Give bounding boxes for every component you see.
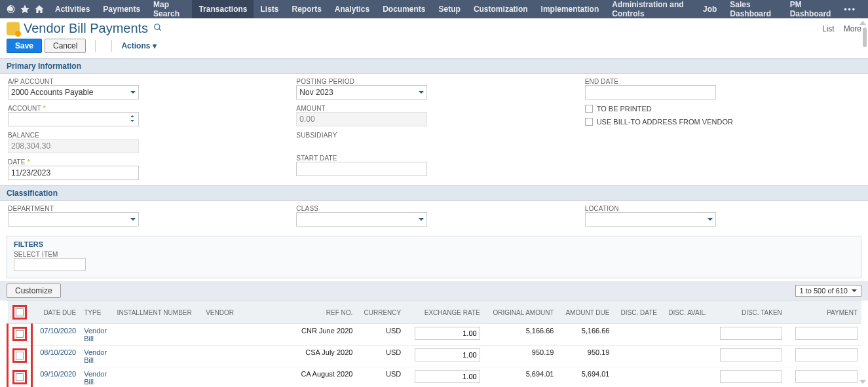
scroll-up-icon[interactable] [859,21,866,25]
scrollbar-thumb[interactable] [863,28,867,47]
dept-label: DEPARTMENT [8,205,283,212]
scroll-down-icon[interactable] [859,380,866,384]
class-select[interactable] [296,212,427,227]
date-field[interactable]: 11/23/2023 [8,166,139,180]
nav-setup[interactable]: Setup [432,0,467,18]
enddate-label: END DATE [585,78,860,85]
ap-account-select[interactable]: 2000 Accounts Payable [8,85,139,100]
list-link[interactable]: List [822,24,835,33]
amount-label: AMOUNT [296,105,571,112]
col-vendor[interactable]: VENDOR [202,301,240,324]
startdate-field[interactable] [296,162,427,176]
svg-line-1 [159,29,161,31]
col-disctaken[interactable]: DISC. TAKEN [711,301,786,324]
chevron-down-icon [708,218,713,221]
col-refno[interactable]: REF NO. [240,301,356,324]
amount-field: 0.00 [296,112,427,126]
customize-button[interactable]: Customize [7,284,61,298]
select-all-checkbox[interactable] [16,308,24,316]
account-select[interactable] [8,112,139,126]
enddate-field[interactable] [585,85,716,100]
balance-label: BALANCE [8,132,283,139]
nav-analytics[interactable]: Analytics [328,0,376,18]
nav-map-search[interactable]: Map Search [147,0,192,18]
col-discavail[interactable]: DISC. AVAIL. [661,301,711,324]
nav-payments[interactable]: Payments [96,0,147,18]
subsidiary-label: SUBSIDIARY [296,132,571,139]
pager-select[interactable]: 1 to 500 of 610 [795,285,861,297]
dept-select[interactable] [8,212,139,227]
col-exrate[interactable]: EXCHANGE RATE [405,301,483,324]
col-payment[interactable]: PAYMENT [786,301,861,324]
payment-input[interactable] [795,327,858,340]
date-label: DATE [8,158,283,166]
customize-row: Customize 1 to 500 of 610 [0,281,868,301]
nav-transactions[interactable]: Transactions [192,0,254,18]
col-currency[interactable]: CURRENCY [356,301,405,324]
exchange-rate-input[interactable] [415,348,480,361]
disc-taken-input[interactable] [720,327,782,340]
col-origamt[interactable]: ORIGINAL AMOUNT [484,301,558,324]
selectitem-label: SELECT ITEM [14,251,854,258]
col-discdate[interactable]: DISC. DATE [613,301,660,324]
date-link[interactable]: 07/10/2020 [40,327,76,335]
location-label: LOCATION [585,205,860,212]
payment-input[interactable] [795,348,858,361]
home-icon[interactable] [34,3,45,16]
disc-taken-input[interactable] [720,348,782,361]
save-button[interactable]: Save [7,39,42,53]
cancel-button[interactable]: Cancel [45,39,86,53]
exchange-rate-input[interactable] [415,370,480,383]
nav-customization[interactable]: Customization [467,0,535,18]
col-amtdue[interactable]: AMOUNT DUE [558,301,614,324]
nav-job[interactable]: Job [696,0,723,18]
nav-lists[interactable]: Lists [254,0,285,18]
nav-implementation[interactable]: Implementation [535,0,606,18]
nav-sales-dashboard[interactable]: Sales Dashboard [723,0,783,18]
account-label: ACCOUNT [8,105,283,112]
nav-activities[interactable]: Activities [48,0,96,18]
nav-documents[interactable]: Documents [376,0,432,18]
startdate-label: START DATE [296,155,571,162]
nav-reports[interactable]: Reports [285,0,328,18]
search-icon[interactable] [153,23,162,34]
star-icon[interactable] [20,3,30,16]
chevron-down-icon [419,218,424,221]
type-link[interactable]: VendorBill [84,370,107,386]
disc-taken-input[interactable] [720,370,782,383]
type-link[interactable]: VendorBill [84,348,107,364]
posting-label: POSTING PERIOD [296,78,571,85]
usebillto-checkbox[interactable]: USE BILL-TO ADDRESS FROM VENDOR [585,118,860,126]
posting-select[interactable]: Nov 2023 [296,85,427,100]
col-type[interactable]: TYPE [80,301,113,324]
col-datedue[interactable]: DATE DUE [32,301,81,324]
primary-form: A/P ACCOUNT 2000 Accounts Payable ACCOUN… [0,74,868,185]
row-checkbox[interactable] [16,373,24,381]
type-link[interactable]: VendorBill [84,327,107,342]
chevron-down-icon [130,91,136,94]
payment-input[interactable] [795,370,858,383]
classification-form: DEPARTMENT CLASS LOCATION [0,201,868,232]
exchange-rate-input[interactable] [415,327,480,340]
date-link[interactable]: 08/10/2020 [40,348,76,356]
divider [95,40,96,52]
selectitem-input[interactable] [14,258,86,271]
nav-administration-and-controls[interactable]: Administration and Controls [605,0,696,18]
date-link[interactable]: 09/10/2020 [40,370,76,378]
class-label: CLASS [296,205,571,212]
svg-point-0 [155,24,160,29]
nav-overflow[interactable]: ••• [837,5,863,14]
nav-pm-dashboard[interactable]: PM Dashboard [783,0,838,18]
row-checkbox[interactable] [16,352,24,359]
actions-menu[interactable]: Actions ▾ [121,41,156,50]
more-link[interactable]: More [844,24,861,33]
filters-panel: FILTERS SELECT ITEM [7,236,861,278]
row-checkbox[interactable] [16,330,24,338]
chevron-down-icon [130,218,136,221]
tobeprinted-checkbox[interactable]: TO BE PRINTED [585,105,860,113]
location-select[interactable] [585,212,716,227]
col-installment[interactable]: INSTALLMENT NUMBER [113,301,202,324]
history-icon[interactable] [5,3,16,16]
table-row: 09/10/2020VendorBillCA August 2020USD5,6… [8,367,862,388]
chevron-down-icon [419,91,424,94]
